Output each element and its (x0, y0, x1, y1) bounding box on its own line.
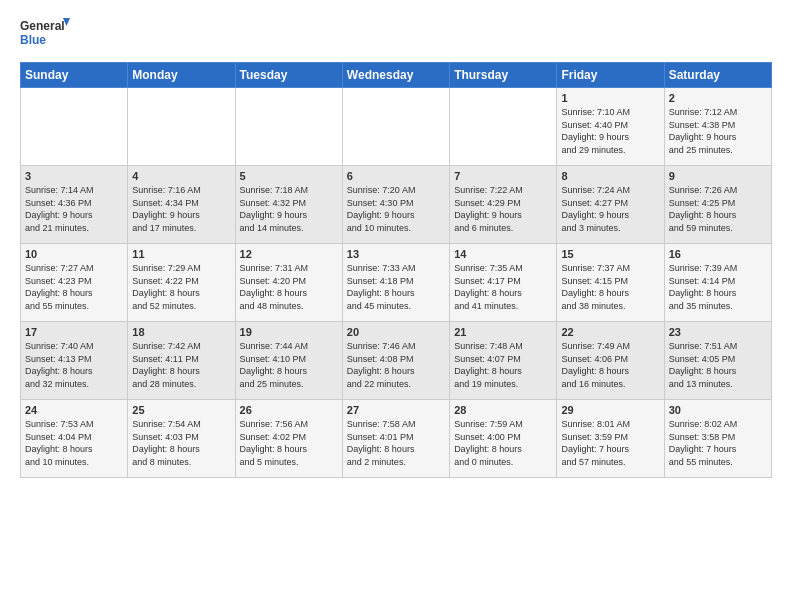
svg-text:Blue: Blue (20, 33, 46, 47)
day-info: Sunrise: 8:02 AM Sunset: 3:58 PM Dayligh… (669, 418, 767, 468)
cell-w4-d2: 19Sunrise: 7:44 AM Sunset: 4:10 PM Dayli… (235, 322, 342, 400)
day-number: 12 (240, 248, 338, 260)
cell-w4-d6: 23Sunrise: 7:51 AM Sunset: 4:05 PM Dayli… (664, 322, 771, 400)
svg-text:General: General (20, 19, 65, 33)
day-number: 16 (669, 248, 767, 260)
day-number: 15 (561, 248, 659, 260)
cell-w2-d5: 8Sunrise: 7:24 AM Sunset: 4:27 PM Daylig… (557, 166, 664, 244)
day-number: 9 (669, 170, 767, 182)
day-info: Sunrise: 7:35 AM Sunset: 4:17 PM Dayligh… (454, 262, 552, 312)
cell-w3-d0: 10Sunrise: 7:27 AM Sunset: 4:23 PM Dayli… (21, 244, 128, 322)
day-number: 3 (25, 170, 123, 182)
day-number: 21 (454, 326, 552, 338)
cell-w1-d3 (342, 88, 449, 166)
day-info: Sunrise: 7:44 AM Sunset: 4:10 PM Dayligh… (240, 340, 338, 390)
day-number: 26 (240, 404, 338, 416)
cell-w5-d5: 29Sunrise: 8:01 AM Sunset: 3:59 PM Dayli… (557, 400, 664, 478)
day-number: 19 (240, 326, 338, 338)
header-tuesday: Tuesday (235, 63, 342, 88)
cell-w3-d4: 14Sunrise: 7:35 AM Sunset: 4:17 PM Dayli… (450, 244, 557, 322)
day-info: Sunrise: 7:14 AM Sunset: 4:36 PM Dayligh… (25, 184, 123, 234)
cell-w2-d4: 7Sunrise: 7:22 AM Sunset: 4:29 PM Daylig… (450, 166, 557, 244)
day-info: Sunrise: 7:59 AM Sunset: 4:00 PM Dayligh… (454, 418, 552, 468)
header-row: SundayMondayTuesdayWednesdayThursdayFrid… (21, 63, 772, 88)
day-number: 28 (454, 404, 552, 416)
day-number: 2 (669, 92, 767, 104)
day-number: 25 (132, 404, 230, 416)
day-info: Sunrise: 7:37 AM Sunset: 4:15 PM Dayligh… (561, 262, 659, 312)
cell-w5-d0: 24Sunrise: 7:53 AM Sunset: 4:04 PM Dayli… (21, 400, 128, 478)
cell-w2-d1: 4Sunrise: 7:16 AM Sunset: 4:34 PM Daylig… (128, 166, 235, 244)
day-number: 1 (561, 92, 659, 104)
logo: General Blue (20, 16, 70, 52)
day-info: Sunrise: 7:39 AM Sunset: 4:14 PM Dayligh… (669, 262, 767, 312)
day-info: Sunrise: 7:53 AM Sunset: 4:04 PM Dayligh… (25, 418, 123, 468)
day-number: 17 (25, 326, 123, 338)
week-row-2: 3Sunrise: 7:14 AM Sunset: 4:36 PM Daylig… (21, 166, 772, 244)
cell-w1-d4 (450, 88, 557, 166)
day-number: 27 (347, 404, 445, 416)
day-info: Sunrise: 7:33 AM Sunset: 4:18 PM Dayligh… (347, 262, 445, 312)
cell-w1-d5: 1Sunrise: 7:10 AM Sunset: 4:40 PM Daylig… (557, 88, 664, 166)
cell-w3-d5: 15Sunrise: 7:37 AM Sunset: 4:15 PM Dayli… (557, 244, 664, 322)
day-info: Sunrise: 7:18 AM Sunset: 4:32 PM Dayligh… (240, 184, 338, 234)
cell-w1-d6: 2Sunrise: 7:12 AM Sunset: 4:38 PM Daylig… (664, 88, 771, 166)
day-number: 20 (347, 326, 445, 338)
cell-w5-d4: 28Sunrise: 7:59 AM Sunset: 4:00 PM Dayli… (450, 400, 557, 478)
day-number: 6 (347, 170, 445, 182)
cell-w1-d1 (128, 88, 235, 166)
cell-w3-d3: 13Sunrise: 7:33 AM Sunset: 4:18 PM Dayli… (342, 244, 449, 322)
page: General Blue SundayMondayTuesdayWednesda… (0, 0, 792, 488)
cell-w1-d0 (21, 88, 128, 166)
day-number: 8 (561, 170, 659, 182)
day-number: 30 (669, 404, 767, 416)
day-info: Sunrise: 7:56 AM Sunset: 4:02 PM Dayligh… (240, 418, 338, 468)
cell-w2-d3: 6Sunrise: 7:20 AM Sunset: 4:30 PM Daylig… (342, 166, 449, 244)
day-number: 23 (669, 326, 767, 338)
week-row-4: 17Sunrise: 7:40 AM Sunset: 4:13 PM Dayli… (21, 322, 772, 400)
day-info: Sunrise: 7:49 AM Sunset: 4:06 PM Dayligh… (561, 340, 659, 390)
logo-svg: General Blue (20, 16, 70, 52)
cell-w4-d0: 17Sunrise: 7:40 AM Sunset: 4:13 PM Dayli… (21, 322, 128, 400)
day-info: Sunrise: 7:58 AM Sunset: 4:01 PM Dayligh… (347, 418, 445, 468)
day-info: Sunrise: 8:01 AM Sunset: 3:59 PM Dayligh… (561, 418, 659, 468)
day-info: Sunrise: 7:12 AM Sunset: 4:38 PM Dayligh… (669, 106, 767, 156)
day-info: Sunrise: 7:27 AM Sunset: 4:23 PM Dayligh… (25, 262, 123, 312)
day-number: 22 (561, 326, 659, 338)
cell-w2-d0: 3Sunrise: 7:14 AM Sunset: 4:36 PM Daylig… (21, 166, 128, 244)
day-number: 14 (454, 248, 552, 260)
day-info: Sunrise: 7:54 AM Sunset: 4:03 PM Dayligh… (132, 418, 230, 468)
day-info: Sunrise: 7:22 AM Sunset: 4:29 PM Dayligh… (454, 184, 552, 234)
header-monday: Monday (128, 63, 235, 88)
day-info: Sunrise: 7:42 AM Sunset: 4:11 PM Dayligh… (132, 340, 230, 390)
cell-w3-d2: 12Sunrise: 7:31 AM Sunset: 4:20 PM Dayli… (235, 244, 342, 322)
cell-w3-d1: 11Sunrise: 7:29 AM Sunset: 4:22 PM Dayli… (128, 244, 235, 322)
day-info: Sunrise: 7:26 AM Sunset: 4:25 PM Dayligh… (669, 184, 767, 234)
day-info: Sunrise: 7:16 AM Sunset: 4:34 PM Dayligh… (132, 184, 230, 234)
cell-w3-d6: 16Sunrise: 7:39 AM Sunset: 4:14 PM Dayli… (664, 244, 771, 322)
day-number: 5 (240, 170, 338, 182)
cell-w2-d6: 9Sunrise: 7:26 AM Sunset: 4:25 PM Daylig… (664, 166, 771, 244)
day-number: 11 (132, 248, 230, 260)
cell-w5-d1: 25Sunrise: 7:54 AM Sunset: 4:03 PM Dayli… (128, 400, 235, 478)
day-number: 29 (561, 404, 659, 416)
header-thursday: Thursday (450, 63, 557, 88)
day-number: 18 (132, 326, 230, 338)
week-row-5: 24Sunrise: 7:53 AM Sunset: 4:04 PM Dayli… (21, 400, 772, 478)
week-row-3: 10Sunrise: 7:27 AM Sunset: 4:23 PM Dayli… (21, 244, 772, 322)
cell-w4-d4: 21Sunrise: 7:48 AM Sunset: 4:07 PM Dayli… (450, 322, 557, 400)
header: General Blue (20, 16, 772, 52)
day-info: Sunrise: 7:46 AM Sunset: 4:08 PM Dayligh… (347, 340, 445, 390)
day-number: 4 (132, 170, 230, 182)
header-wednesday: Wednesday (342, 63, 449, 88)
cell-w4-d5: 22Sunrise: 7:49 AM Sunset: 4:06 PM Dayli… (557, 322, 664, 400)
cell-w5-d3: 27Sunrise: 7:58 AM Sunset: 4:01 PM Dayli… (342, 400, 449, 478)
cell-w5-d2: 26Sunrise: 7:56 AM Sunset: 4:02 PM Dayli… (235, 400, 342, 478)
day-number: 10 (25, 248, 123, 260)
day-info: Sunrise: 7:24 AM Sunset: 4:27 PM Dayligh… (561, 184, 659, 234)
cell-w1-d2 (235, 88, 342, 166)
cell-w4-d1: 18Sunrise: 7:42 AM Sunset: 4:11 PM Dayli… (128, 322, 235, 400)
day-info: Sunrise: 7:29 AM Sunset: 4:22 PM Dayligh… (132, 262, 230, 312)
calendar-table: SundayMondayTuesdayWednesdayThursdayFrid… (20, 62, 772, 478)
day-number: 7 (454, 170, 552, 182)
